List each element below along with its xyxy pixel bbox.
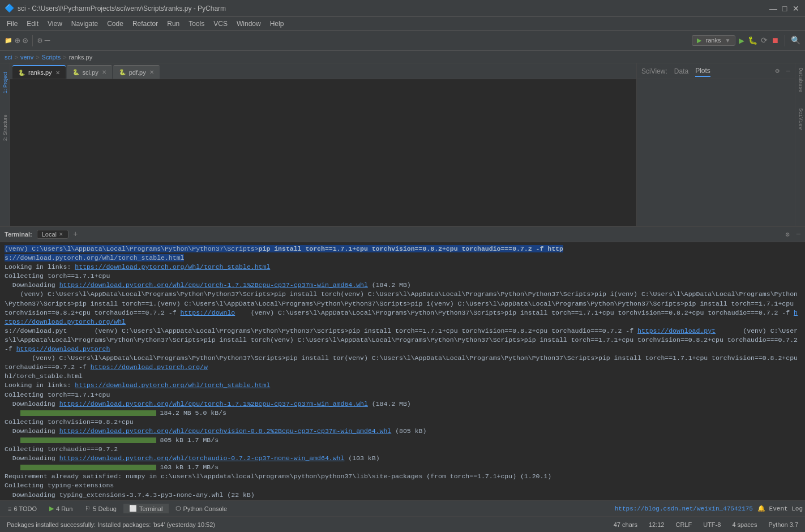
breadcrumb-venv[interactable]: venv (20, 54, 33, 61)
status-linesep[interactable]: CRLF (673, 521, 694, 528)
status-right: 47 chars 12:12 CRLF UTF-8 4 spaces Pytho… (611, 521, 800, 528)
link-torch-stable-1[interactable]: https://download.pytorch.org/whl/torch_s… (75, 263, 270, 271)
terminal-hide[interactable]: — (797, 230, 800, 238)
close-button[interactable]: ✕ (791, 4, 800, 13)
menu-bar: File Edit View Navigate Code Refactor Ru… (0, 17, 805, 31)
breadcrumb-file[interactable]: ranks.py (69, 54, 93, 61)
link-torch-stable-2[interactable]: https://download.pytorch.org/whl/torch_s… (75, 381, 270, 389)
breadcrumb-sci[interactable]: sci (5, 54, 12, 61)
csdn-link[interactable]: https://blog.csdn.net/weixin_47542175 (615, 505, 753, 512)
term-line-5: Looking in links: https://download.pytor… (5, 381, 800, 390)
sidebar-project[interactable]: 1: Project (0, 66, 10, 100)
collapse-button[interactable]: ⊙ (23, 35, 28, 46)
ranks-py-icon: 🐍 (18, 70, 25, 76)
status-encoding[interactable]: UTF-8 (701, 521, 723, 528)
menu-tools[interactable]: Tools (184, 19, 209, 29)
status-indent[interactable]: 4 spaces (730, 521, 759, 528)
terminal-area: Terminal: Local ✕ + ⚙ — (venv) C:\Users\… (0, 226, 805, 532)
link-download-pytorch[interactable]: https://download.pytorch (16, 345, 110, 353)
term-line-13: Collecting typing-extensions (5, 481, 800, 490)
term-garbled-3: (venv) C:\Users\l\AppData\Local\Programs… (5, 354, 800, 381)
editor-body[interactable] (10, 79, 636, 226)
menu-run[interactable]: Run (162, 19, 184, 29)
terminal-settings[interactable]: ⚙ (786, 230, 790, 239)
term-line-8: Collecting torchvision==0.8.2+cpu (5, 418, 800, 427)
sidebar-sciview[interactable]: SciView (797, 106, 804, 132)
terminal-add-tab[interactable]: + (73, 230, 78, 239)
sciview-tab-data[interactable]: Data (674, 66, 688, 76)
menu-vcs[interactable]: VCS (209, 19, 232, 29)
btab-run[interactable]: ▶ 4 Run (44, 504, 78, 513)
link-download-pyt[interactable]: https://download.pyt (637, 327, 716, 334)
terminal-tabs-bar: Terminal: Local ✕ + ⚙ — (0, 226, 805, 242)
debug-tab-icon: ⚐ (85, 505, 91, 512)
link-https-s[interactable]: https://download.pytorch.org/whl (5, 309, 798, 325)
stop-button[interactable]: ⏹ (771, 36, 779, 45)
run-config-selector[interactable]: ▶ ranks ▼ (692, 35, 735, 46)
ranks-py-label: ranks.py (28, 69, 52, 76)
status-bar: Packages installed successfully: Install… (0, 516, 805, 532)
file-tabs: 🐍 ranks.py ✕ 🐍 sci.py ✕ 🐍 pdf.py ✕ (10, 63, 636, 79)
sciview-content (637, 79, 795, 226)
menu-refactor[interactable]: Refactor (128, 19, 162, 29)
menu-help[interactable]: Help (266, 19, 289, 29)
btab-debug[interactable]: ⚐ 5 Debug (79, 504, 122, 513)
run-coverage-button[interactable]: ⟳ (761, 36, 768, 45)
titlebar-controls: — □ ✕ (769, 4, 800, 13)
link-torch-whl-1[interactable]: https://download.pytorch.org/whl/cpu/tor… (59, 281, 368, 289)
event-log-label[interactable]: 🔔 Event Log (757, 505, 803, 512)
link-download-pytorch-org[interactable]: https://download.pytorch.org/w (91, 363, 208, 371)
breadcrumb-scripts[interactable]: Scripts (42, 54, 61, 61)
pdf-py-close[interactable]: ✕ (149, 69, 154, 75)
maximize-button[interactable]: □ (780, 4, 789, 13)
app-icon: 🔷 (5, 3, 14, 13)
term-line-10: Collecting torchaudio===0.7.2 (5, 445, 800, 454)
new-dir-button[interactable]: ⊕ (15, 35, 20, 46)
tab-pdf-py[interactable]: 🐍 pdf.py ✕ (113, 65, 160, 79)
link-downlo[interactable]: https://downlo (181, 309, 235, 316)
settings-button[interactable]: ⚙ (37, 36, 42, 45)
tab-ranks-py[interactable]: 🐍 ranks.py ✕ (12, 65, 66, 79)
sciview-panel: SciView: Data Plots ⚙ — (636, 63, 795, 226)
sci-py-label: sci.py (83, 69, 99, 76)
debug-tab-label: 5 Debug (93, 505, 117, 512)
search-everywhere-button[interactable]: 🔍 (791, 36, 800, 45)
menu-navigate[interactable]: Navigate (67, 19, 102, 29)
minimize-button[interactable]: — (769, 4, 778, 13)
btab-terminal[interactable]: ⬜ Terminal (123, 504, 169, 513)
menu-edit[interactable]: Edit (22, 19, 43, 29)
titlebar-left: 🔷 sci - C:\Users\l\PycharmProjects\sci\v… (5, 3, 226, 13)
terminal-content[interactable]: (venv) C:\Users\l\AppData\Local\Programs… (0, 242, 805, 500)
btab-python-console[interactable]: ⬡ Python Console (170, 504, 233, 513)
menu-code[interactable]: Code (102, 19, 128, 29)
btab-todo[interactable]: ≡ 6 TODO (2, 504, 42, 513)
status-position[interactable]: 12:12 (646, 521, 667, 528)
hide-button[interactable]: — (45, 36, 50, 46)
link-torchaudio-whl[interactable]: https://download.pytorch.org/whl/torchau… (59, 454, 345, 462)
menu-view[interactable]: View (43, 19, 67, 29)
menu-file[interactable]: File (2, 19, 22, 29)
menu-window[interactable]: Window (232, 19, 266, 29)
run-button[interactable]: ▶ (739, 35, 744, 46)
status-chars[interactable]: 47 chars (611, 521, 640, 528)
titlebar-title: sci - C:\Users\l\PycharmProjects\sci\ven… (18, 5, 226, 12)
link-torch-whl-2[interactable]: https://download.pytorch.org/whl/cpu/tor… (59, 400, 368, 407)
terminal-tab-close[interactable]: ✕ (59, 231, 63, 237)
term-progress-2: 805 kB 1.7 MB/s (5, 436, 800, 445)
run-tab-icon: ▶ (49, 505, 54, 512)
status-python[interactable]: Python 3.7 (766, 521, 800, 528)
term-line-2: Looking in links: https://download.pytor… (5, 263, 800, 272)
sciview-settings[interactable]: ⚙ (776, 67, 780, 75)
link-torchvision-whl[interactable]: https://download.pytorch.org/whl/cpu/tor… (59, 427, 392, 435)
sidebar-database[interactable]: Database (797, 66, 804, 95)
sidebar-structure[interactable]: 2: Structure (0, 111, 10, 145)
terminal-label: Terminal: (5, 231, 32, 238)
sciview-tab-plots[interactable]: Plots (695, 66, 710, 77)
term-line-14: Downloading typing_extensions-3.7.4.3-py… (5, 491, 800, 500)
run-debug-button[interactable]: 🐛 (748, 36, 757, 45)
tab-sci-py[interactable]: 🐍 sci.py ✕ (67, 65, 112, 79)
terminal-tab-local[interactable]: Local ✕ (37, 230, 68, 239)
ranks-py-close[interactable]: ✕ (55, 70, 60, 76)
sciview-close[interactable]: — (786, 67, 790, 75)
sci-py-close[interactable]: ✕ (102, 69, 106, 75)
